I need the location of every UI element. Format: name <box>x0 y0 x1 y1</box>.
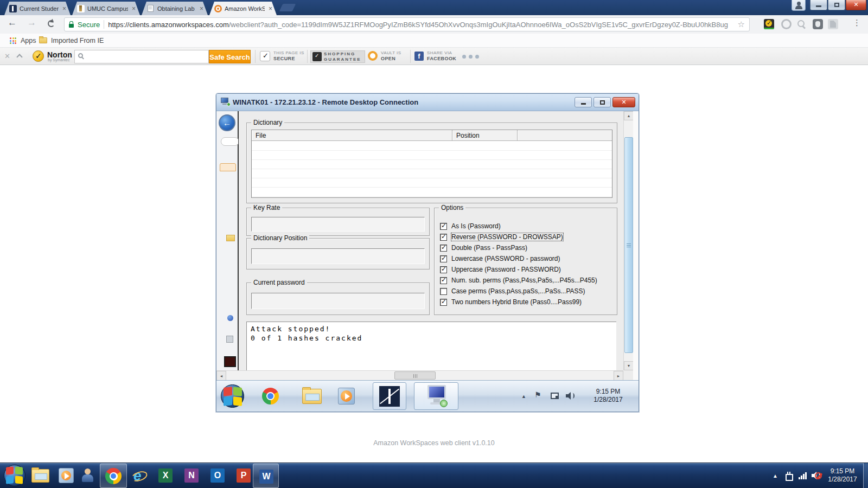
tab-lab-assistance[interactable]: Obtaining Lab Assistance × <box>142 2 208 15</box>
volume-muted-icon[interactable] <box>812 472 820 479</box>
norton-search-box[interactable] <box>74 50 209 63</box>
key-rate-field[interactable] <box>251 217 425 232</box>
address-bar[interactable]: Secure https://clients.amazonworkspaces.… <box>64 17 750 31</box>
remote-action-center-flag-icon[interactable]: ⚑ <box>534 390 541 399</box>
norton-collapse-icon[interactable] <box>16 54 22 60</box>
table-header-position[interactable]: Position <box>452 130 518 141</box>
forward-button[interactable]: → <box>27 17 36 28</box>
shield-extension-icon[interactable] <box>813 19 823 29</box>
norton-overflow-dots[interactable] <box>462 55 479 59</box>
reload-button[interactable] <box>48 20 55 27</box>
chrome-taskbar-button[interactable] <box>100 464 127 488</box>
vault-status[interactable]: VAULT ISOPEN <box>368 50 401 61</box>
apps-grid-icon[interactable] <box>10 37 16 44</box>
back-button[interactable]: ← <box>8 17 17 28</box>
checkbox[interactable]: ✓ <box>440 266 447 273</box>
current-password-field[interactable] <box>251 293 425 309</box>
tab-close-icon[interactable]: × <box>131 5 137 12</box>
option-num-sub-perms[interactable]: ✓ Num. sub. perms (Pass,P4ss,Pa5s,...P45… <box>440 275 597 285</box>
option-lowercase[interactable]: ✓ Lowercase (PASSWORD - password) <box>440 254 560 264</box>
vertical-scrollbar[interactable]: ▲ ▼ <box>623 111 633 370</box>
start-button[interactable] <box>4 465 25 486</box>
secure-label[interactable]: Secure <box>78 21 100 29</box>
option-uppercase[interactable]: ✓ Uppercase (Password - PASSWORD) <box>440 265 561 274</box>
tab-umuc-campus[interactable]: UMUC Campus × <box>72 2 140 15</box>
dictionary-table[interactable]: File Position <box>251 130 612 198</box>
scroll-down-button[interactable]: ▼ <box>624 361 634 370</box>
option-double[interactable]: ✓ Double (Pass - PassPass) <box>440 243 527 253</box>
pdf-extension-icon[interactable] <box>828 19 838 29</box>
remote-network-icon[interactable] <box>551 393 559 399</box>
attack-output-box[interactable]: Attack stopped! 0 of 1 hashes cracked <box>246 322 616 370</box>
checkbox[interactable]: ✓ <box>440 277 447 284</box>
window-minimize-button[interactable] <box>810 0 827 10</box>
bookmark-star-icon[interactable]: ☆ <box>738 20 745 29</box>
url-text[interactable]: https://clients.amazonworkspaces.com/web… <box>108 21 733 29</box>
rdp-minimize-button[interactable] <box>575 97 592 107</box>
explorer-icon[interactable] <box>31 469 49 483</box>
remote-media-player-icon[interactable] <box>338 388 355 404</box>
table-header-file[interactable]: File <box>252 130 452 141</box>
back-button-icon[interactable]: ← <box>219 114 235 131</box>
norton-extension-icon[interactable] <box>764 19 774 29</box>
word-taskbar-button[interactable]: W <box>253 464 279 488</box>
checkbox[interactable]: ✓ <box>440 288 447 295</box>
checkbox[interactable]: ✓ <box>440 223 447 230</box>
ring-extension-icon[interactable] <box>781 19 792 29</box>
option-two-numbers-hybrid[interactable]: ✓ Two numbers Hybrid Brute (Pass0....Pas… <box>440 297 582 307</box>
scroll-right-button[interactable]: ► <box>614 371 623 381</box>
safe-search-button[interactable]: Safe Search <box>209 50 251 63</box>
tab-close-icon[interactable]: × <box>199 5 205 12</box>
network-plug-icon[interactable] <box>784 472 793 479</box>
rdp-close-button[interactable]: ✕ <box>612 97 635 107</box>
rdp-title-bar[interactable]: WINATK01 - 172.21.23.12 - Remote Desktop… <box>216 94 639 111</box>
remote-explorer-icon[interactable] <box>302 389 322 404</box>
option-as-is[interactable]: ✓ As Is (Password) <box>440 221 501 231</box>
checkbox[interactable]: ✓ <box>440 255 447 262</box>
search-extension-icon[interactable] <box>797 20 805 27</box>
horizontal-scroll-thumb[interactable] <box>394 371 436 380</box>
option-case-perms[interactable]: ✓ Case perms (Pass,pAss,paSs,...PaSs...P… <box>440 286 585 296</box>
browser-menu-icon[interactable]: ⋮ <box>853 18 861 28</box>
remote-clock[interactable]: 9:15 PM 1/28/2017 <box>583 388 633 404</box>
page-secure-status[interactable]: THIS PAGE ISSECURE <box>260 50 304 61</box>
window-close-button[interactable]: ✕ <box>846 0 866 10</box>
tray-expand-icon[interactable]: ▲ <box>773 473 778 479</box>
remote-volume-icon[interactable] <box>566 392 575 400</box>
norton-close-icon[interactable]: ✕ <box>4 52 10 60</box>
remote-window-button-umuc[interactable] <box>373 382 406 410</box>
internet-explorer-icon[interactable]: e <box>133 468 141 483</box>
new-tab-button[interactable] <box>279 4 296 11</box>
outlook-icon[interactable]: O <box>210 468 225 483</box>
tab-close-icon[interactable]: × <box>267 5 273 12</box>
share-facebook-button[interactable]: f SHARE VIAFACEBOOK <box>414 50 456 61</box>
norton-search-input[interactable] <box>88 50 206 63</box>
vertical-scroll-thumb[interactable] <box>624 137 633 353</box>
scroll-left-button[interactable]: ◄ <box>216 371 226 381</box>
powerpoint-icon[interactable]: P <box>237 468 251 483</box>
shopping-guarantee-badge[interactable]: SHOPPINGGUARANTEE <box>310 50 365 63</box>
window-maximize-button[interactable] <box>828 0 845 10</box>
remote-chrome-icon[interactable] <box>262 388 279 404</box>
profile-button[interactable] <box>792 0 806 11</box>
bookmark-folder-icon[interactable] <box>39 37 47 43</box>
media-player-icon[interactable] <box>59 468 74 483</box>
option-reverse[interactable]: ✓ Reverse (PASSWORD - DROWSSAP) <box>440 232 563 242</box>
wifi-signal-icon[interactable] <box>799 472 808 479</box>
rdp-maximize-button[interactable] <box>593 97 611 107</box>
excel-icon[interactable]: X <box>158 468 173 483</box>
dictionary-position-field[interactable] <box>251 248 425 264</box>
table-header-blank[interactable] <box>518 130 612 141</box>
imported-from-ie-label[interactable]: Imported From IE <box>51 37 104 44</box>
horizontal-scrollbar[interactable]: ◄ ► <box>216 370 623 380</box>
host-clock[interactable]: 9:15 PM 1/28/2017 <box>826 467 859 484</box>
checkbox[interactable]: ✓ <box>440 245 447 252</box>
show-desktop-button[interactable] <box>863 463 868 488</box>
apps-label[interactable]: Apps <box>21 37 36 44</box>
checkbox[interactable]: ✓ <box>440 234 447 241</box>
tab-close-icon[interactable]: × <box>61 5 67 12</box>
remote-start-button[interactable] <box>221 384 244 408</box>
tab-current-students[interactable]: Current Students Home × <box>4 2 71 15</box>
lync-person-icon[interactable] <box>80 468 95 483</box>
remote-tray-arrow-icon[interactable]: ▲ <box>521 394 526 399</box>
